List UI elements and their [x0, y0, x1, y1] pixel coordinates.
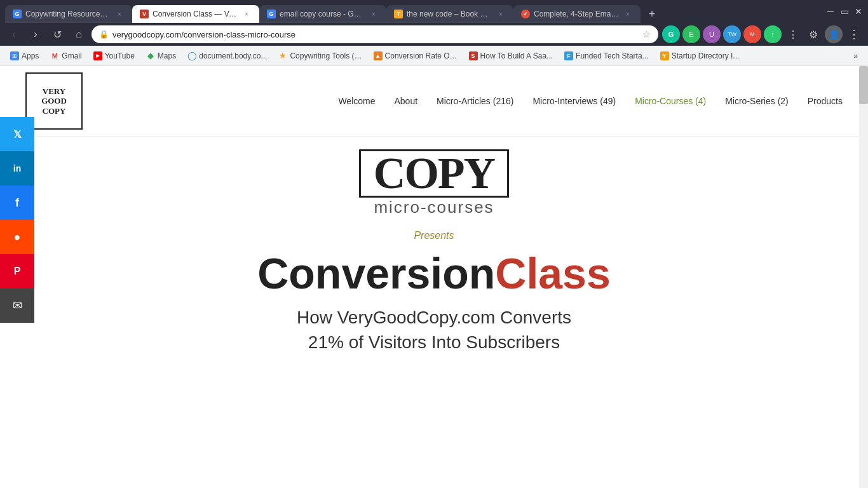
extension6-icon[interactable]: ↑: [764, 25, 782, 43]
url-bar[interactable]: 🔒 verygoodcopy.com/conversion-class-micr…: [92, 25, 658, 43]
email-share-button[interactable]: ✉: [0, 288, 34, 323]
scrollbar[interactable]: [859, 66, 868, 488]
bookmark-apps[interactable]: ⊞ Apps: [5, 48, 44, 64]
extension3-icon[interactable]: U: [703, 25, 721, 43]
bookmark-star-icon[interactable]: ☆: [642, 29, 651, 39]
bookmark-fundedtech-label: Funded Tech Starta...: [576, 51, 649, 60]
new-tab-button[interactable]: +: [643, 5, 661, 23]
tab5-favicon: ✓: [521, 10, 530, 18]
scrollbar-thumb[interactable]: [859, 66, 868, 104]
bookmark-copywriting-tools[interactable]: ★ Copywriting Tools (…: [273, 48, 367, 64]
tab-new-code[interactable]: T the new code – Book Review: N... ×: [386, 5, 513, 23]
apps-favicon: ⊞: [10, 51, 19, 60]
bookmark-gmail[interactable]: M Gmail: [45, 48, 86, 64]
tab4-favicon: T: [394, 10, 403, 18]
nav-micro-courses[interactable]: Micro-Courses (4): [635, 96, 706, 106]
profile-icon[interactable]: 👤: [825, 25, 843, 43]
bookmark-apps-label: Apps: [22, 51, 39, 60]
menu-button[interactable]: ⋮: [845, 25, 863, 43]
bookmark-gmail-label: Gmail: [62, 51, 81, 60]
bookmark-youtube-label: YouTube: [105, 51, 135, 60]
brand-partial-container: COPY micro-courses: [359, 149, 509, 227]
linkedin-share-button[interactable]: in: [0, 151, 34, 186]
nav-micro-articles[interactable]: Micro-Articles (216): [437, 96, 513, 106]
window-controls: ─ ▭ ✕: [826, 7, 863, 16]
address-bar: ‹ › ↺ ⌂ 🔒 verygoodcopy.com/conversion-cl…: [0, 23, 868, 46]
tab-copywriting-resources[interactable]: G Copywriting Resources - Goog... ×: [5, 5, 132, 23]
copywriting-favicon: ★: [278, 51, 287, 60]
conversion-word: Conversion: [257, 249, 495, 297]
bookmark-howtobuild-label: How To Build A Saa...: [480, 51, 553, 60]
twitter-icon: 𝕏: [13, 128, 22, 140]
tab-conversion-class[interactable]: V Conversion Class — VeryGood... ×: [132, 5, 259, 23]
nav-about[interactable]: About: [395, 96, 418, 106]
nav-welcome[interactable]: Welcome: [338, 96, 375, 106]
extensions-button[interactable]: ⋮: [784, 25, 802, 43]
security-icon: 🔒: [99, 30, 109, 39]
documentbody-favicon: ◯: [187, 51, 196, 60]
tab4-close[interactable]: ×: [496, 9, 506, 19]
bookmark-maps[interactable]: ◆ Maps: [141, 48, 181, 64]
tab-email-copy[interactable]: G email copy course - Google Se... ×: [259, 5, 386, 23]
bookmarks-more-button[interactable]: »: [848, 48, 863, 64]
reddit-share-button[interactable]: ●: [0, 220, 34, 254]
conversionrate-favicon: ▲: [374, 51, 383, 60]
gmail-favicon: M: [50, 51, 59, 60]
bookmark-funded-tech[interactable]: F Funded Tech Starta...: [559, 48, 654, 64]
nav-products[interactable]: Products: [808, 96, 843, 106]
logo-line3: COPY: [41, 106, 67, 116]
extension5-icon[interactable]: M: [743, 25, 761, 43]
micro-courses-label: micro-courses: [374, 198, 494, 217]
home-button[interactable]: ⌂: [70, 25, 88, 43]
tab2-favicon: V: [140, 10, 149, 18]
minimize-button[interactable]: ─: [826, 7, 835, 16]
tab-email-list[interactable]: ✓ Complete, 4-Step Email List Bu... ×: [513, 5, 641, 23]
site-content: VERY GOOD COPY Welcome About Micro-Artic…: [0, 66, 868, 488]
presents-text: Presents: [414, 230, 454, 241]
pinterest-icon: P: [14, 266, 21, 277]
tab3-close[interactable]: ×: [369, 9, 379, 19]
title-bar: G Copywriting Resources - Goog... × V Co…: [0, 0, 868, 23]
evernote-icon[interactable]: E: [682, 25, 700, 43]
bookmark-documentbody[interactable]: ◯ document.body.co...: [182, 48, 272, 64]
bookmarks-bar: ⊞ Apps M Gmail ▶ YouTube ◆ Maps ◯ docume…: [0, 46, 868, 66]
email-icon: ✉: [13, 299, 22, 313]
toolbar-icons: G E U TW M ↑ ⋮ ⚙ 👤 ⋮: [662, 25, 863, 43]
tab1-favicon: G: [13, 10, 22, 18]
subtitle-line2: 21% of Visitors Into Subscribers: [297, 330, 571, 355]
facebook-icon: f: [15, 196, 19, 210]
site-header: VERY GOOD COPY Welcome About Micro-Artic…: [0, 66, 868, 137]
bookmark-conversion-rate[interactable]: ▲ Conversion Rate O…: [369, 48, 463, 64]
main-content: COPY micro-courses Presents ConversionCl…: [0, 137, 868, 488]
facebook-share-button[interactable]: f: [0, 186, 34, 220]
tab1-close[interactable]: ×: [114, 9, 125, 19]
tab2-close[interactable]: ×: [241, 9, 252, 19]
reddit-icon: ●: [14, 231, 21, 244]
reload-button[interactable]: ↺: [48, 25, 66, 43]
bookmark-documentbody-label: document.body.co...: [199, 51, 267, 60]
grammarly-icon[interactable]: G: [662, 25, 680, 43]
bookmark-startup-directory[interactable]: Y Startup Directory I...: [655, 48, 745, 64]
close-window-button[interactable]: ✕: [854, 7, 863, 16]
bookmark-youtube[interactable]: ▶ YouTube: [88, 48, 140, 64]
bookmark-how-to-build[interactable]: S How To Build A Saa...: [464, 48, 559, 64]
tab5-close[interactable]: ×: [623, 9, 633, 19]
twitter-share-button[interactable]: 𝕏: [0, 117, 34, 151]
bookmark-maps-label: Maps: [158, 51, 176, 60]
url-text: verygoodcopy.com/conversion-class-micro-…: [112, 30, 639, 39]
pinterest-share-button[interactable]: P: [0, 254, 34, 288]
settings-icon[interactable]: ⚙: [804, 25, 822, 43]
extension4-icon[interactable]: TW: [723, 25, 741, 43]
nav-micro-series[interactable]: Micro-Series (2): [725, 96, 789, 106]
conversion-class-heading: ConversionClass: [257, 252, 611, 295]
maximize-button[interactable]: ▭: [840, 7, 849, 16]
nav-micro-interviews[interactable]: Micro-Interviews (49): [532, 96, 616, 106]
browser-chrome: G Copywriting Resources - Goog... × V Co…: [0, 0, 868, 66]
startup-favicon: Y: [660, 51, 669, 60]
tab3-title: email copy course - Google Se...: [280, 10, 365, 18]
linkedin-icon: in: [13, 163, 21, 173]
forward-button[interactable]: ›: [27, 25, 44, 43]
back-button[interactable]: ‹: [5, 25, 23, 43]
logo-line1: VERY: [41, 86, 67, 97]
subtitle: How VeryGoodCopy.com Converts 21% of Vis…: [297, 305, 571, 355]
